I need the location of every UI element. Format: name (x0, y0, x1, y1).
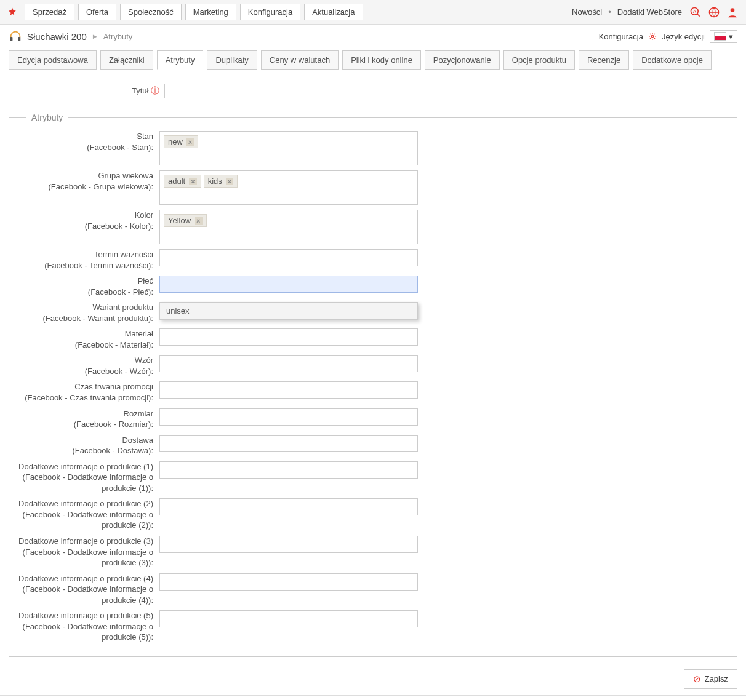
footer-bar: ⊘ Zapisz (0, 663, 746, 695)
fieldset-legend: Atrybuty (26, 113, 68, 122)
tab-edycja-podstawowa[interactable]: Edycja podstawowa (9, 50, 97, 70)
lang-label: Język edycji (662, 32, 705, 41)
title-input[interactable] (164, 84, 238, 98)
tag-input[interactable]: adult×kids× (159, 170, 418, 205)
svg-point-4 (731, 8, 735, 12)
attr-label: Wzór(Facebook - Wzór): (18, 355, 159, 376)
attr-row: Rozmiar(Facebook - Rozmiar): (18, 408, 728, 430)
tag-remove-icon[interactable]: × (195, 217, 202, 225)
menu-marketing[interactable]: Marketing (185, 4, 236, 20)
dropdown-popup: unisex (159, 302, 418, 320)
attr-row: Dodatkowe informacje o produkcie (1)(Fac… (18, 461, 728, 494)
attr-label: Dostawa(Facebook - Dostawa): (18, 435, 159, 456)
attr-label: Płeć(Facebook - Płeć): (18, 276, 159, 297)
tag-remove-icon[interactable]: × (186, 138, 194, 146)
attr-row: Dodatkowe informacje o produkcie (5)(Fac… (18, 610, 728, 643)
text-input[interactable] (159, 328, 418, 346)
tab-duplikaty[interactable]: Duplikaty (207, 50, 257, 70)
tab-opcje-produktu[interactable]: Opcje produktu (503, 50, 575, 70)
attr-row: Dodatkowe informacje o produkcie (2)(Fac… (18, 498, 728, 531)
menu-aktualizacja[interactable]: Aktualizacja (304, 4, 363, 20)
attr-row: Materiał(Facebook - Materiał): (18, 328, 728, 350)
tab-dodatkowe-opcje[interactable]: Dodatkowe opcje (633, 50, 712, 70)
text-input[interactable] (159, 381, 418, 399)
tag: adult× (164, 175, 201, 188)
info-icon[interactable]: ⓘ (151, 86, 159, 95)
attr-row: Dodatkowe informacje o produkcie (4)(Fac… (18, 573, 728, 606)
save-label: Zapisz (705, 674, 728, 683)
attr-row: Termin ważności(Facebook - Termin ważnoś… (18, 249, 728, 271)
text-input[interactable] (159, 249, 418, 266)
version-text: SOTESHOP 7.4.7 (0, 696, 746, 700)
text-input[interactable] (159, 573, 418, 591)
attr-label: Wariant produktu(Facebook - Wariant prod… (18, 302, 159, 324)
config-link[interactable]: Konfiguracja (599, 32, 643, 41)
menu-konfiguracja[interactable]: Konfiguracja (240, 4, 300, 20)
language-dropdown[interactable]: ▾ (710, 30, 737, 43)
tab-recenzje[interactable]: Recenzje (579, 50, 629, 70)
gear-icon[interactable] (648, 32, 657, 41)
text-input[interactable] (159, 498, 418, 515)
text-input[interactable] (159, 355, 418, 372)
text-input[interactable] (159, 408, 418, 426)
attr-row: Wariant produktu(Facebook - Wariant prod… (18, 302, 728, 324)
tab-zalaczniki[interactable]: Załączniki (100, 50, 153, 70)
tab-pozycjonowanie[interactable]: Pozycjonowanie (425, 50, 500, 70)
attr-row: Dodatkowe informacje o produkcie (3)(Fac… (18, 536, 728, 568)
attr-row: Czas trwania promocji(Facebook - Czas tr… (18, 381, 728, 403)
attr-label: Dodatkowe informacje o produkcie (4)(Fac… (18, 573, 159, 606)
top-menu: Sprzedaż Oferta Społeczność Marketing Ko… (25, 4, 572, 20)
search-zoom-icon[interactable]: A (688, 5, 703, 20)
attr-row: Płeć(Facebook - Płeć): (18, 276, 728, 297)
flag-pl-icon (714, 32, 726, 41)
menu-sprzedaz[interactable]: Sprzedaż (25, 4, 74, 20)
chevron-down-icon: ▾ (729, 32, 733, 41)
tabs: Edycja podstawowa Załączniki Atrybuty Du… (0, 48, 746, 70)
dropdown-option[interactable]: unisex (160, 303, 417, 319)
tag-input[interactable]: new× (159, 131, 418, 165)
headphones-icon (9, 30, 22, 43)
tag-input[interactable]: Yellow× (159, 210, 418, 244)
svg-text:A: A (693, 8, 696, 14)
menu-oferta[interactable]: Oferta (78, 4, 116, 20)
tag: new× (164, 135, 198, 148)
link-webstore[interactable]: Dodatki WebStore (617, 7, 682, 17)
user-icon[interactable] (725, 5, 740, 20)
attr-row: Grupa wiekowa(Facebook - Grupa wiekowa):… (18, 170, 728, 205)
attr-label: Dodatkowe informacje o produkcie (3)(Fac… (18, 536, 159, 568)
attr-label: Czas trwania promocji(Facebook - Czas tr… (18, 381, 159, 403)
globe-icon[interactable] (707, 5, 721, 20)
save-button[interactable]: ⊘ Zapisz (684, 669, 737, 689)
attr-row: Stan(Facebook - Stan):new× (18, 131, 728, 165)
attr-label: Stan(Facebook - Stan): (18, 131, 159, 153)
tab-pliki-kody[interactable]: Pliki i kody online (342, 50, 421, 70)
attr-row: Wzór(Facebook - Wzór): (18, 355, 728, 376)
tag-remove-icon[interactable]: × (189, 178, 196, 185)
tab-atrybuty[interactable]: Atrybuty (157, 50, 204, 70)
tag-remove-icon[interactable]: × (226, 178, 233, 185)
attr-row: Dostawa(Facebook - Dostawa): (18, 435, 728, 456)
link-nowosci[interactable]: Nowości (572, 7, 602, 17)
attr-row: Kolor(Facebook - Kolor):Yellow× (18, 210, 728, 244)
logo-icon (6, 6, 18, 18)
attr-label: Dodatkowe informacje o produkcie (2)(Fac… (18, 498, 159, 531)
text-input[interactable] (159, 610, 418, 627)
svg-rect-6 (18, 37, 21, 41)
attr-label: Grupa wiekowa(Facebook - Grupa wiekowa): (18, 170, 159, 192)
attributes-fieldset: Atrybuty Stan(Facebook - Stan):new×Grupa… (9, 113, 737, 657)
tab-ceny-walutach[interactable]: Ceny w walutach (261, 50, 339, 70)
topbar-right: Nowości • Dodatki WebStore A (572, 5, 740, 20)
svg-line-1 (697, 14, 700, 16)
svg-rect-5 (10, 37, 13, 41)
text-input[interactable] (159, 536, 418, 553)
tag: kids× (204, 175, 238, 188)
text-input[interactable] (159, 435, 418, 452)
attr-label: Dodatkowe informacje o produkcie (5)(Fac… (18, 610, 159, 643)
attr-label: Materiał(Facebook - Materiał): (18, 328, 159, 350)
separator-dot: • (608, 7, 611, 17)
text-input[interactable] (159, 461, 418, 479)
breadcrumb-bar: Słuchawki 200 ► Atrybuty Konfiguracja Ję… (0, 25, 746, 48)
plec-input[interactable] (159, 276, 418, 293)
page-title: Słuchawki 200 (27, 31, 87, 42)
menu-spolecznosc[interactable]: Społeczność (120, 4, 182, 20)
